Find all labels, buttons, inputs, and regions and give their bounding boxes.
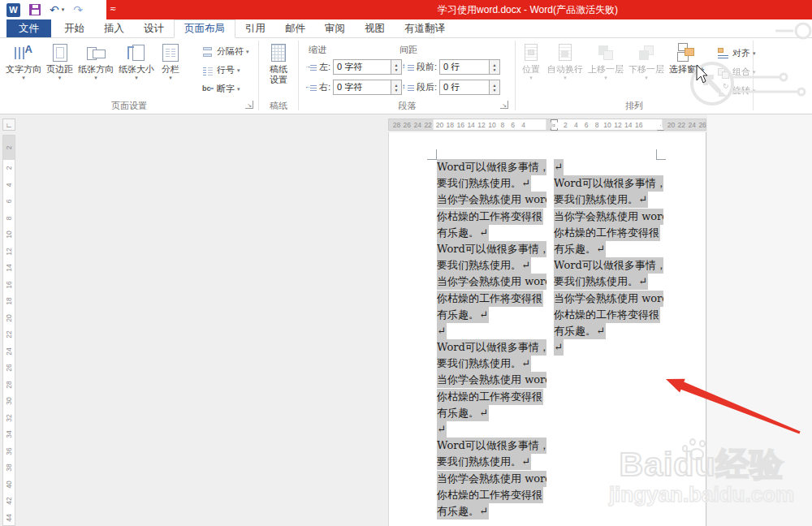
document-text-line[interactable]: 有乐趣。↵: [554, 323, 663, 339]
spacing-after-input[interactable]: 0 行: [439, 80, 490, 95]
ruler-right-margin: 20222426: [663, 119, 707, 130]
tab-label: 页面布局: [184, 22, 225, 36]
ribbon-tab[interactable]: 有道翻译: [395, 19, 455, 37]
tab-selector[interactable]: ∟: [2, 119, 15, 131]
ruler-number: 40: [3, 476, 15, 494]
ribbon-button[interactable]: 分隔符 ▾: [200, 42, 251, 61]
ribbon-tab[interactable]: 开始: [54, 19, 94, 37]
document-text-line[interactable]: 有乐趣。↵: [437, 225, 546, 241]
vertical-ruler[interactable]: 2 24681012141618202224262830323436384042…: [2, 135, 15, 526]
document-text-line[interactable]: 要我们熟练使用。↵: [437, 454, 546, 470]
ruler-number: 14: [623, 121, 633, 129]
position-icon: [520, 42, 542, 63]
spacing-before-input[interactable]: 0 行: [439, 59, 490, 75]
ribbon-button[interactable]: 对齐 ▾: [715, 44, 758, 63]
undo-icon[interactable]: ↶: [50, 4, 59, 15]
document-text-line[interactable]: 要我们熟练使用。↵: [554, 192, 663, 208]
document-text-line[interactable]: ↵: [554, 159, 663, 175]
document-text-line[interactable]: 要我们熟练使用。↵: [554, 274, 663, 290]
document-text-line[interactable]: 有乐趣。↵: [437, 503, 546, 520]
indent-left-stepper[interactable]: ▲▼: [391, 59, 402, 75]
ribbon-tab[interactable]: 邮件: [275, 19, 315, 37]
redo-icon[interactable]: ↷: [73, 4, 83, 15]
document-text-line[interactable]: Word可以做很多事情，需: [554, 175, 663, 192]
document-text-line[interactable]: 要我们熟练使用。↵: [437, 175, 546, 192]
ribbon-button[interactable]: 位置 ▾: [517, 41, 545, 81]
undo-dropdown-icon[interactable]: ▾: [62, 6, 65, 13]
tab-label: 开始: [64, 22, 84, 36]
ribbon-button[interactable]: 分栏 ▾: [157, 41, 184, 81]
document-text-line[interactable]: Word可以做很多事情，需: [437, 438, 546, 454]
document-text-line[interactable]: ↵: [437, 323, 546, 339]
ruler-number: 26: [698, 121, 707, 129]
indent-right-input[interactable]: 0 字符: [333, 80, 391, 95]
ribbon-tab[interactable]: 引用: [235, 19, 275, 37]
document-text-line[interactable]: 当你学会熟练使用 word，: [437, 192, 546, 208]
ribbon-button[interactable]: 纸张大小 ▾: [116, 41, 157, 81]
document-text-line[interactable]: 有乐趣。↵: [437, 307, 546, 323]
word-window: W ↶ ▾ ↷ ≂ 学习使用word.docx - Word(产品激活失败) 文…: [0, 0, 812, 526]
document-text-line[interactable]: Word可以做很多事情，需: [437, 159, 546, 175]
ribbon-button[interactable]: 文字方向 ▾: [3, 41, 44, 81]
ribbon-tab[interactable]: 审阅: [315, 19, 355, 37]
ribbon-button[interactable]: 上移一层 ▾: [585, 41, 626, 81]
ribbon-tab[interactable]: 设计: [134, 19, 174, 37]
quick-access-toolbar: W ↶ ▾ ↷: [0, 0, 106, 19]
spacing-before-icon: [403, 63, 414, 72]
dialog-launcher-icon[interactable]: ↘: [500, 101, 508, 109]
ribbon-tab[interactable]: 插入: [94, 19, 134, 37]
document-text-line[interactable]: 要我们熟练使用。↵: [437, 356, 546, 372]
horizontal-ruler[interactable]: 28262422 201816141210864 246810121416 20…: [388, 119, 706, 131]
document-text-line[interactable]: 你枯燥的工作将变得很: [437, 487, 546, 503]
ribbon-button[interactable]: 行号 ▾: [200, 61, 251, 80]
document-text-line[interactable]: 你枯燥的工作将变得很: [437, 209, 546, 225]
chevron-down-icon: ▾: [135, 75, 138, 81]
document-text-line[interactable]: 有乐趣。↵: [437, 405, 546, 421]
document-text-line[interactable]: 你枯燥的工作将变得很: [554, 225, 663, 241]
ribbon-button[interactable]: 页边距 ▾: [44, 41, 76, 81]
ribbon-tab[interactable]: 视图: [355, 19, 395, 37]
spacing-before-stepper[interactable]: ▲▼: [490, 59, 500, 75]
document-text-line[interactable]: Word可以做很多事情，需: [554, 257, 663, 274]
ribbon-tab[interactable]: 页面布局: [174, 19, 235, 38]
chevron-down-icon: ▾: [237, 86, 240, 93]
document-text-line[interactable]: ↵: [437, 421, 546, 438]
indent-right-stepper[interactable]: ▲▼: [391, 80, 402, 95]
ruler-number: 16: [3, 277, 15, 294]
document-text-line[interactable]: 当你学会熟练使用 word，: [554, 209, 663, 225]
ribbon-button[interactable]: 纸张方向 ▾: [76, 41, 116, 81]
document-text-line[interactable]: Word可以做很多事情，需: [437, 339, 546, 356]
document-text-line[interactable]: 你枯燥的工作将变得很: [437, 291, 546, 307]
spacing-after-stepper[interactable]: ▲▼: [490, 80, 500, 95]
ribbon-button[interactable]: 断字 ▾: [200, 80, 251, 98]
group-icon: [717, 66, 730, 79]
document-text-line[interactable]: 当你学会熟练使用 word，: [437, 372, 546, 388]
indent-right-icon: [305, 83, 317, 93]
tab-label: 审阅: [325, 22, 345, 36]
ribbon-tab[interactable]: 文件: [6, 19, 51, 37]
save-icon[interactable]: [29, 4, 41, 15]
document-text-line[interactable]: ↵: [554, 339, 663, 356]
ruler-number: 34: [3, 426, 15, 443]
ribbon-button[interactable]: 旋转 ▾: [715, 81, 758, 100]
group-label: 段落: [299, 100, 516, 112]
document-text-line[interactable]: 有乐趣。↵: [554, 241, 663, 257]
ribbon-button[interactable]: 下移一层 ▾: [626, 41, 667, 81]
ruler-number: 28: [391, 121, 402, 129]
customize-qat-icon[interactable]: ≂: [110, 4, 116, 14]
document-text-line[interactable]: Word可以做很多事情，需: [437, 241, 546, 257]
dialog-launcher-icon[interactable]: ↘: [245, 101, 253, 109]
document-text-line[interactable]: 当你学会熟练使用 word，: [437, 274, 546, 290]
document-text-line[interactable]: 你枯燥的工作将变得很: [554, 307, 663, 323]
chevron-down-icon: ▾: [753, 88, 756, 94]
document-text-line[interactable]: 当你学会熟练使用 word，: [437, 471, 546, 487]
indent-left-input[interactable]: 0 字符: [333, 59, 391, 75]
document-text-line[interactable]: 当你学会熟练使用 word，: [554, 291, 663, 307]
ribbon-button[interactable]: 组合 ▾: [715, 63, 758, 81]
orientation-icon: [85, 42, 106, 63]
ribbon-button[interactable]: 选择窗格: [667, 41, 707, 75]
document-text-line[interactable]: 要我们熟练使用。↵: [437, 257, 546, 274]
ribbon-button[interactable]: 自动换行 ▾: [545, 41, 585, 81]
document-text-line[interactable]: 你枯燥的工作将变得很: [437, 389, 546, 405]
manuscript-setup-button[interactable]: 稿纸 设置: [261, 41, 296, 85]
